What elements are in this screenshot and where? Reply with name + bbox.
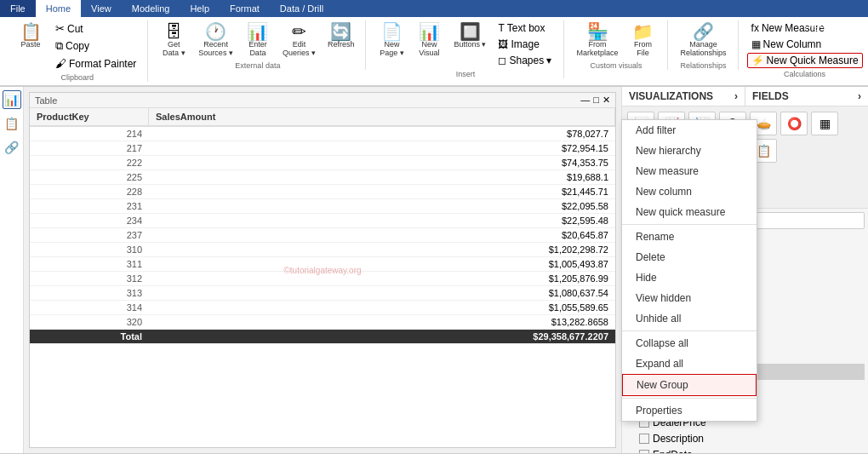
sign-in-button[interactable]: Sign in xyxy=(804,19,836,31)
context-menu: Add filter New hierarchy New measure New… xyxy=(621,119,757,422)
edit-queries-icon: ✏ xyxy=(292,23,306,40)
buttons-button[interactable]: 🔲 Buttons ▾ xyxy=(449,20,490,51)
checkbox-description[interactable] xyxy=(639,434,649,444)
col-header-salesamount: SalesAmount xyxy=(149,108,615,125)
context-menu-expand-all[interactable]: Expand all xyxy=(622,353,757,374)
field-item-enddate[interactable]: EndDate xyxy=(625,447,865,453)
context-menu-rename[interactable]: Rename xyxy=(622,227,757,247)
table-row: 234$22,595.48 xyxy=(30,214,615,228)
new-quick-measure-button[interactable]: ⚡ New Quick Measure xyxy=(747,53,863,68)
table-row: 237$20,645.87 xyxy=(30,228,615,243)
table-maximize-button[interactable]: □ xyxy=(593,95,599,106)
tab-format[interactable]: Format xyxy=(220,0,270,17)
new-measure-icon: fx xyxy=(751,22,759,34)
table-row: 225$19,688.1 xyxy=(30,170,615,185)
table-close-button[interactable]: ✕ xyxy=(602,95,610,106)
format-painter-button[interactable]: 🖌 Format Painter xyxy=(51,55,140,72)
context-menu-delete[interactable]: Delete xyxy=(622,247,757,267)
cut-button[interactable]: ✂ Cut xyxy=(51,20,140,37)
enter-data-button[interactable]: 📊 EnterData xyxy=(241,20,275,60)
format-painter-icon: 🖌 xyxy=(55,57,66,70)
context-menu-add-filter[interactable]: Add filter xyxy=(622,120,757,141)
new-visual-button[interactable]: 📊 NewVisual xyxy=(412,20,446,60)
left-icon-model[interactable]: 🔗 xyxy=(3,138,21,157)
paste-button[interactable]: 📋 Paste xyxy=(14,20,48,51)
copy-icon: ⧉ xyxy=(55,39,63,53)
text-box-button[interactable]: T Text box xyxy=(494,20,556,36)
new-column-icon: ▦ xyxy=(751,38,761,50)
recent-sources-icon: 🕐 xyxy=(205,23,226,40)
context-menu-new-hierarchy[interactable]: New hierarchy xyxy=(622,141,757,161)
checkbox-enddate[interactable] xyxy=(639,450,649,453)
image-button[interactable]: 🖼 Image xyxy=(494,37,556,52)
cut-icon: ✂ xyxy=(55,22,65,35)
table-titlebar: Table — □ ✕ xyxy=(30,93,615,108)
left-sidebar: 📊 📋 🔗 xyxy=(0,87,24,453)
table-row-total: Total $29,358,677.2207 xyxy=(30,330,615,344)
tab-file[interactable]: File xyxy=(0,0,36,17)
context-menu-unhide-all[interactable]: Unhide all xyxy=(622,308,757,329)
new-page-button[interactable]: 📄 NewPage ▾ xyxy=(374,20,408,60)
text-box-icon: T xyxy=(498,22,504,34)
field-item-description[interactable]: Description xyxy=(625,431,865,446)
table-row: 313$1,080,637.54 xyxy=(30,286,615,301)
tab-view[interactable]: View xyxy=(81,0,122,17)
ribbon-group-insert: 📄 NewPage ▾ 📊 NewVisual 🔲 Buttons ▾ T Te… xyxy=(368,20,563,78)
ribbon-group-relationships: 🔗 ManageRelationships Relationships xyxy=(670,20,739,70)
table-area: Table — □ ✕ ProductKey SalesAmount 214$7… xyxy=(29,92,616,448)
context-menu-hide[interactable]: Hide xyxy=(622,267,757,288)
context-menu-view-hidden[interactable]: View hidden xyxy=(622,288,757,308)
table-body[interactable]: 214$78,027.7 217$72,954.15 222$74,353.75… xyxy=(30,127,615,430)
clipboard-label: Clipboard xyxy=(60,73,94,82)
tab-data-drill[interactable]: Data / Drill xyxy=(270,0,334,17)
table-row: 228$21,445.71 xyxy=(30,185,615,199)
tab-home[interactable]: Home xyxy=(36,0,81,17)
left-icon-data[interactable]: 📋 xyxy=(3,114,21,133)
insert-label: Insert xyxy=(456,70,476,78)
table-row: 311$1,005,493.87 xyxy=(30,257,615,272)
ribbon-group-custom-visuals: 🏪 FromMarketplace 📁 FromFile Custom visu… xyxy=(566,20,668,70)
context-menu-properties[interactable]: Properties xyxy=(622,400,757,421)
fields-header: FIELDS › xyxy=(745,87,868,106)
context-menu-separator-1 xyxy=(622,224,757,225)
new-column-button[interactable]: ▦ New Column xyxy=(747,37,863,52)
viz-icon-table[interactable]: ▦ xyxy=(811,112,838,135)
table-row: 320$13,282.8658 xyxy=(30,315,615,330)
table-row: 312$1,205,876.99 xyxy=(30,272,615,286)
manage-relationships-button[interactable]: 🔗 ManageRelationships xyxy=(677,20,731,60)
from-file-icon: 📁 xyxy=(632,23,654,40)
copy-button[interactable]: ⧉ Copy xyxy=(51,37,140,55)
edit-queries-button[interactable]: ✏ EditQueries ▾ xyxy=(278,20,320,60)
paste-icon: 📋 xyxy=(20,23,42,40)
buttons-icon: 🔲 xyxy=(460,23,481,40)
ribbon-content: 📋 Paste ✂ Cut ⧉ Copy 🖌 Format Painter xyxy=(0,17,868,86)
refresh-button[interactable]: 🔄 Refresh xyxy=(323,20,359,51)
table-row: 310$1,202,298.72 xyxy=(30,243,615,257)
chevron-right-icon-fields: › xyxy=(858,90,861,102)
new-visual-icon: 📊 xyxy=(419,23,440,40)
viz-icon-donut[interactable]: ⭕ xyxy=(780,112,808,135)
get-data-icon: 🗄 xyxy=(165,23,182,40)
left-icon-report[interactable]: 📊 xyxy=(3,90,21,109)
table-minimize-button[interactable]: — xyxy=(580,95,590,106)
ribbon-group-external: 🗄 GetData ▾ 🕐 RecentSources ▾ 📊 EnterDat… xyxy=(150,20,366,70)
right-panel-header: VISUALIZATIONS › FIELDS › xyxy=(622,87,868,106)
shapes-button[interactable]: ◻ Shapes ▾ xyxy=(494,53,556,68)
context-menu-collapse-all[interactable]: Collapse all xyxy=(622,333,757,353)
recent-sources-button[interactable]: 🕐 RecentSources ▾ xyxy=(194,20,237,60)
from-marketplace-button[interactable]: 🏪 FromMarketplace xyxy=(573,20,623,60)
context-menu-new-quick-measure[interactable]: New quick measure xyxy=(622,202,757,222)
tab-modeling[interactable]: Modeling xyxy=(122,0,180,17)
new-page-icon: 📄 xyxy=(381,23,403,40)
context-menu-separator-2 xyxy=(622,330,757,331)
tab-help[interactable]: Help xyxy=(180,0,220,17)
manage-relationships-icon: 🔗 xyxy=(693,23,714,40)
from-file-button[interactable]: 📁 FromFile xyxy=(626,20,660,60)
get-data-button[interactable]: 🗄 GetData ▾ xyxy=(157,20,191,60)
context-menu-separator-3 xyxy=(622,398,757,399)
context-menu-new-group[interactable]: New Group xyxy=(622,374,757,396)
table-row: 222$74,353.75 xyxy=(30,156,615,170)
context-menu-new-measure[interactable]: New measure xyxy=(622,161,757,181)
enter-data-icon: 📊 xyxy=(247,23,268,40)
context-menu-new-column[interactable]: New column xyxy=(622,181,757,202)
